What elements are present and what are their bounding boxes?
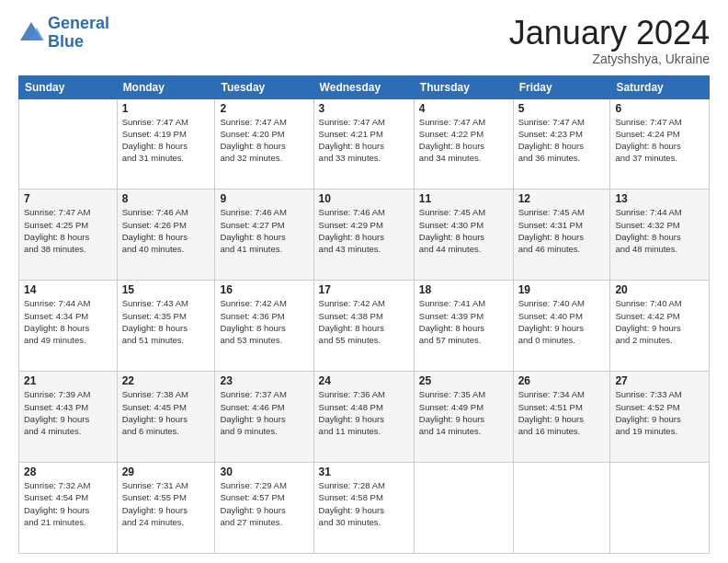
- day-number: 18: [419, 283, 508, 296]
- week-row-4: 28Sunrise: 7:32 AMSunset: 4:54 PMDayligh…: [19, 463, 710, 554]
- cell-w2-d6: 20Sunrise: 7:40 AMSunset: 4:42 PMDayligh…: [610, 281, 710, 372]
- cell-w1-d1: 8Sunrise: 7:46 AMSunset: 4:26 PMDaylight…: [117, 190, 215, 281]
- cell-w0-d3: 3Sunrise: 7:47 AMSunset: 4:21 PMDaylight…: [313, 98, 414, 190]
- day-info: Sunrise: 7:47 AMSunset: 4:21 PMDaylight:…: [319, 116, 409, 165]
- week-row-2: 14Sunrise: 7:44 AMSunset: 4:34 PMDayligh…: [19, 281, 710, 372]
- cell-w1-d6: 13Sunrise: 7:44 AMSunset: 4:32 PMDayligh…: [610, 190, 710, 281]
- day-info: Sunrise: 7:38 AMSunset: 4:45 PMDaylight:…: [122, 388, 210, 437]
- week-row-0: 1Sunrise: 7:47 AMSunset: 4:19 PMDaylight…: [19, 98, 710, 190]
- day-info: Sunrise: 7:34 AMSunset: 4:51 PMDaylight:…: [518, 388, 606, 437]
- day-info: Sunrise: 7:42 AMSunset: 4:36 PMDaylight:…: [220, 297, 308, 346]
- cell-w3-d1: 22Sunrise: 7:38 AMSunset: 4:45 PMDayligh…: [117, 372, 215, 463]
- day-info: Sunrise: 7:31 AMSunset: 4:55 PMDaylight:…: [122, 479, 210, 528]
- day-number: 25: [419, 374, 508, 387]
- day-info: Sunrise: 7:40 AMSunset: 4:40 PMDaylight:…: [518, 297, 606, 346]
- cell-w1-d0: 7Sunrise: 7:47 AMSunset: 4:25 PMDaylight…: [19, 190, 118, 281]
- logo-icon: [18, 20, 44, 46]
- logo-blue: Blue: [48, 32, 84, 51]
- cell-w1-d3: 10Sunrise: 7:46 AMSunset: 4:29 PMDayligh…: [313, 190, 414, 281]
- day-number: 2: [220, 102, 308, 115]
- cell-w1-d4: 11Sunrise: 7:45 AMSunset: 4:30 PMDayligh…: [414, 190, 513, 281]
- cell-w2-d4: 18Sunrise: 7:41 AMSunset: 4:39 PMDayligh…: [414, 281, 513, 372]
- day-number: 14: [24, 283, 112, 296]
- day-number: 9: [220, 192, 308, 205]
- day-number: 27: [615, 374, 704, 387]
- day-number: 5: [518, 102, 606, 115]
- col-monday: Monday: [117, 75, 215, 98]
- day-number: 17: [319, 283, 409, 296]
- cell-w0-d6: 6Sunrise: 7:47 AMSunset: 4:24 PMDaylight…: [610, 98, 710, 190]
- day-info: Sunrise: 7:47 AMSunset: 4:23 PMDaylight:…: [518, 116, 606, 165]
- cell-w1-d5: 12Sunrise: 7:45 AMSunset: 4:31 PMDayligh…: [513, 190, 610, 281]
- calendar-header-row: Sunday Monday Tuesday Wednesday Thursday…: [19, 75, 710, 98]
- logo: General Blue: [18, 15, 109, 52]
- day-number: 22: [122, 374, 210, 387]
- subtitle: Zatyshshya, Ukraine: [509, 52, 710, 66]
- header: General Blue January 2024 Zatyshshya, Uk…: [18, 15, 710, 66]
- cell-w0-d1: 1Sunrise: 7:47 AMSunset: 4:19 PMDaylight…: [117, 98, 215, 190]
- day-number: 21: [24, 374, 112, 387]
- cell-w4-d2: 30Sunrise: 7:29 AMSunset: 4:57 PMDayligh…: [215, 463, 313, 554]
- col-sunday: Sunday: [19, 75, 118, 98]
- day-number: 7: [24, 192, 112, 205]
- day-info: Sunrise: 7:45 AMSunset: 4:31 PMDaylight:…: [518, 206, 606, 255]
- cell-w2-d0: 14Sunrise: 7:44 AMSunset: 4:34 PMDayligh…: [19, 281, 118, 372]
- day-number: 13: [615, 192, 704, 205]
- col-friday: Friday: [513, 75, 610, 98]
- day-number: 11: [419, 192, 508, 205]
- day-info: Sunrise: 7:33 AMSunset: 4:52 PMDaylight:…: [615, 388, 704, 437]
- day-number: 20: [615, 283, 704, 296]
- day-number: 31: [319, 465, 409, 478]
- day-number: 6: [615, 102, 704, 115]
- col-wednesday: Wednesday: [313, 75, 414, 98]
- day-info: Sunrise: 7:46 AMSunset: 4:26 PMDaylight:…: [122, 206, 210, 255]
- day-number: 8: [122, 192, 210, 205]
- day-info: Sunrise: 7:47 AMSunset: 4:22 PMDaylight:…: [419, 116, 508, 165]
- cell-w3-d5: 26Sunrise: 7:34 AMSunset: 4:51 PMDayligh…: [513, 372, 610, 463]
- logo-text: General Blue: [48, 15, 109, 52]
- day-number: 28: [24, 465, 112, 478]
- cell-w2-d2: 16Sunrise: 7:42 AMSunset: 4:36 PMDayligh…: [215, 281, 313, 372]
- day-number: 10: [319, 192, 409, 205]
- cell-w3-d6: 27Sunrise: 7:33 AMSunset: 4:52 PMDayligh…: [610, 372, 710, 463]
- day-number: 26: [518, 374, 606, 387]
- day-number: 12: [518, 192, 606, 205]
- day-info: Sunrise: 7:35 AMSunset: 4:49 PMDaylight:…: [419, 388, 508, 437]
- day-info: Sunrise: 7:44 AMSunset: 4:34 PMDaylight:…: [24, 297, 112, 346]
- cell-w4-d0: 28Sunrise: 7:32 AMSunset: 4:54 PMDayligh…: [19, 463, 118, 554]
- day-number: 15: [122, 283, 210, 296]
- day-number: 29: [122, 465, 210, 478]
- cell-w0-d4: 4Sunrise: 7:47 AMSunset: 4:22 PMDaylight…: [414, 98, 513, 190]
- day-number: 24: [319, 374, 409, 387]
- day-info: Sunrise: 7:28 AMSunset: 4:58 PMDaylight:…: [319, 479, 409, 528]
- calendar-table: Sunday Monday Tuesday Wednesday Thursday…: [18, 75, 710, 554]
- day-info: Sunrise: 7:37 AMSunset: 4:46 PMDaylight:…: [220, 388, 308, 437]
- cell-w4-d6: [610, 463, 710, 554]
- day-info: Sunrise: 7:39 AMSunset: 4:43 PMDaylight:…: [24, 388, 112, 437]
- cell-w3-d3: 24Sunrise: 7:36 AMSunset: 4:48 PMDayligh…: [313, 372, 414, 463]
- cell-w0-d2: 2Sunrise: 7:47 AMSunset: 4:20 PMDaylight…: [215, 98, 313, 190]
- page: General Blue January 2024 Zatyshshya, Uk…: [0, 0, 728, 563]
- title-block: January 2024 Zatyshshya, Ukraine: [509, 15, 710, 66]
- day-info: Sunrise: 7:42 AMSunset: 4:38 PMDaylight:…: [319, 297, 409, 346]
- day-info: Sunrise: 7:46 AMSunset: 4:27 PMDaylight:…: [220, 206, 308, 255]
- day-number: 23: [220, 374, 308, 387]
- day-number: 4: [419, 102, 508, 115]
- col-thursday: Thursday: [414, 75, 513, 98]
- cell-w2-d3: 17Sunrise: 7:42 AMSunset: 4:38 PMDayligh…: [313, 281, 414, 372]
- day-info: Sunrise: 7:41 AMSunset: 4:39 PMDaylight:…: [419, 297, 508, 346]
- day-info: Sunrise: 7:40 AMSunset: 4:42 PMDaylight:…: [615, 297, 704, 346]
- cell-w4-d4: [414, 463, 513, 554]
- cell-w3-d4: 25Sunrise: 7:35 AMSunset: 4:49 PMDayligh…: [414, 372, 513, 463]
- calendar-body: 1Sunrise: 7:47 AMSunset: 4:19 PMDaylight…: [19, 98, 710, 553]
- day-number: 16: [220, 283, 308, 296]
- day-info: Sunrise: 7:44 AMSunset: 4:32 PMDaylight:…: [615, 206, 704, 255]
- week-row-1: 7Sunrise: 7:47 AMSunset: 4:25 PMDaylight…: [19, 190, 710, 281]
- day-number: 30: [220, 465, 308, 478]
- day-info: Sunrise: 7:46 AMSunset: 4:29 PMDaylight:…: [319, 206, 409, 255]
- day-info: Sunrise: 7:45 AMSunset: 4:30 PMDaylight:…: [419, 206, 508, 255]
- cell-w0-d5: 5Sunrise: 7:47 AMSunset: 4:23 PMDaylight…: [513, 98, 610, 190]
- cell-w0-d0: [19, 98, 118, 190]
- day-number: 3: [319, 102, 409, 115]
- cell-w4-d3: 31Sunrise: 7:28 AMSunset: 4:58 PMDayligh…: [313, 463, 414, 554]
